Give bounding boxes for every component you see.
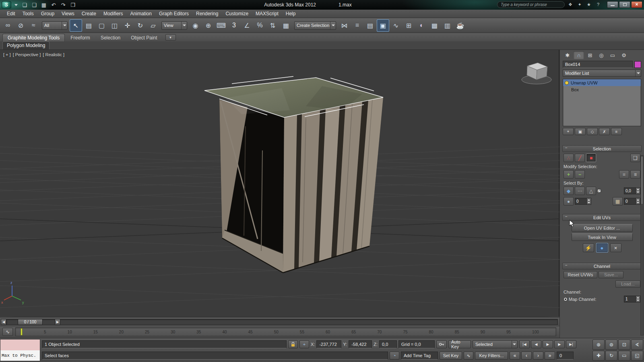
current-frame-field[interactable]: 0 xyxy=(557,352,574,360)
zoom-icon[interactable]: ⊕ xyxy=(592,339,605,350)
set-key-mode-icon[interactable] xyxy=(436,340,447,348)
track-bar-ruler[interactable]: 5101520253035404550556065707580859095100 xyxy=(15,327,556,336)
ribbon-toggle-icon[interactable]: ▣ xyxy=(377,19,389,32)
curve-editor-icon[interactable]: ∿ xyxy=(390,19,402,32)
rectangular-selection-region-icon[interactable]: ▢ xyxy=(95,19,108,32)
panel-scrollbar[interactable] xyxy=(640,155,644,335)
time-tag-icon[interactable]: ◔ xyxy=(390,352,399,360)
ribbon-tab[interactable]: Graphite Modeling Tools xyxy=(2,34,65,41)
render-production-icon[interactable]: ☕ xyxy=(454,19,466,32)
community-icon[interactable]: ❖ xyxy=(567,1,574,8)
next-frame-icon[interactable]: › xyxy=(533,352,543,360)
undo-icon[interactable]: ↶ xyxy=(49,1,58,9)
play-icon[interactable]: ▶ xyxy=(543,340,553,348)
ignore-backfacing-icon[interactable]: ⋯ xyxy=(575,187,585,195)
minimize-button[interactable] xyxy=(607,1,618,8)
tab-motion-icon[interactable]: ◎ xyxy=(596,51,607,59)
pin-stack-icon[interactable]: ⌖ xyxy=(563,128,574,135)
modifier-list-dropdown[interactable]: Modifier List xyxy=(563,70,641,77)
listener-script-row[interactable]: Max to Physc. xyxy=(0,350,40,361)
slope-select-icon[interactable]: △ xyxy=(586,187,596,195)
app-logo-icon[interactable]: S xyxy=(2,1,11,8)
tab-hierarchy-icon[interactable]: ⊞ xyxy=(585,51,595,59)
vertex-subobject-icon[interactable]: ∴ xyxy=(564,154,574,162)
rollout-selection[interactable]: − Selection xyxy=(562,145,642,152)
percent-snap-icon[interactable]: % xyxy=(254,19,266,32)
dropdown-arrow-icon[interactable] xyxy=(512,341,517,348)
menu-item[interactable]: Customize xyxy=(222,10,252,17)
snaps-toggle-icon[interactable]: 3 xyxy=(228,19,240,32)
select-and-scale-icon[interactable]: ▱ xyxy=(147,19,159,32)
reference-coordinate-dropdown[interactable]: View xyxy=(161,21,187,30)
spin-down-icon[interactable] xyxy=(636,299,640,302)
menu-item[interactable]: Help xyxy=(282,10,299,17)
time-slider-track[interactable] xyxy=(6,319,558,325)
layer-manager-icon[interactable]: ▤ xyxy=(364,19,376,32)
dropdown-arrow-icon[interactable] xyxy=(181,22,187,29)
ribbon-tab[interactable]: Object Paint xyxy=(126,34,162,41)
spin-down-icon[interactable] xyxy=(636,191,640,194)
dropdown-arrow-icon[interactable] xyxy=(635,70,641,76)
viewport-canvas[interactable]: z x y xyxy=(0,50,559,317)
current-time-marker[interactable] xyxy=(21,328,23,335)
uv-mode-icon[interactable]: ● xyxy=(597,243,608,252)
open-uv-editor-button[interactable]: Open UV Editor ... xyxy=(572,224,633,232)
zoom-all-icon[interactable]: ⊚ xyxy=(605,339,617,350)
smoothing-group-icon[interactable]: ● xyxy=(564,197,574,206)
select-and-link-icon[interactable]: ∞ xyxy=(2,19,14,32)
zoom-extents-icon[interactable]: ⊡ xyxy=(618,339,630,350)
spin-down-icon[interactable] xyxy=(587,202,591,205)
next-key-icon[interactable]: ▶ xyxy=(554,340,565,348)
tab-polygon-modeling[interactable]: Polygon Modeling xyxy=(2,41,50,49)
spin-up-icon[interactable] xyxy=(587,198,591,202)
favorites-star-icon[interactable]: ★ xyxy=(585,1,592,8)
close-button[interactable]: × xyxy=(631,1,642,8)
planar-angle-checkbox[interactable]: ✓ xyxy=(597,189,601,193)
pan-icon[interactable]: ✚ xyxy=(592,351,605,361)
go-to-end-icon[interactable]: ▶| xyxy=(566,340,576,348)
spin-down-icon[interactable] xyxy=(636,202,640,205)
mirror-icon[interactable]: ⋈ xyxy=(338,19,351,32)
ribbon-tab[interactable]: Selection xyxy=(96,34,125,41)
map-channel-radio[interactable] xyxy=(564,297,568,301)
scene-model-box[interactable] xyxy=(204,76,383,273)
tab-utilities-icon[interactable]: ⚙ xyxy=(619,51,629,59)
scrollbar-thumb[interactable] xyxy=(641,156,643,204)
map-channel-spinner[interactable]: 1 xyxy=(624,296,640,302)
auto-key-button[interactable]: Auto Key xyxy=(448,340,471,348)
key-filter-set-dropdown[interactable]: Selected xyxy=(473,340,518,348)
project-folder-icon[interactable]: ❒ xyxy=(68,1,77,9)
modifier-stack-item[interactable]: Unwrap UVW xyxy=(563,79,641,86)
edge-subobject-icon[interactable]: ╱ xyxy=(575,154,585,162)
tab-create-icon[interactable]: ✱ xyxy=(562,51,573,59)
zoom-region-icon[interactable]: ▭ xyxy=(618,351,630,361)
dropdown-arrow-icon[interactable] xyxy=(62,22,67,29)
perspective-viewport[interactable]: [ + ] [ Perspective ] [ Realistic ] xyxy=(0,50,559,317)
viewport-menu-general[interactable]: [ + ] xyxy=(3,52,11,57)
material-id-icon[interactable]: ▦ xyxy=(613,197,623,206)
select-and-manipulate-icon[interactable]: ⊕ xyxy=(202,19,215,32)
load-uvws-button[interactable]: Load... xyxy=(615,280,640,288)
material-id-spinner[interactable]: 0 xyxy=(624,198,640,205)
remove-modifier-icon[interactable]: ✗ xyxy=(599,128,610,135)
app-menu-caret-icon[interactable] xyxy=(14,4,18,6)
viewport-menu-shading[interactable]: [ Realistic ] xyxy=(43,52,64,57)
save-uvws-button[interactable]: Save... xyxy=(599,271,623,278)
infocenter-search-input[interactable] xyxy=(497,1,565,8)
object-name-field[interactable]: Box014 xyxy=(563,61,633,68)
menu-item[interactable]: Tools xyxy=(19,10,37,17)
window-crossing-icon[interactable]: ◫ xyxy=(108,19,121,32)
render-setup-icon[interactable]: ▩ xyxy=(428,19,441,32)
menu-item[interactable]: Rendering xyxy=(192,10,222,17)
rendered-frame-window-icon[interactable]: ▥ xyxy=(441,19,454,32)
tab-display-icon[interactable]: ▭ xyxy=(607,51,618,59)
menu-item[interactable]: Graph Editors xyxy=(155,10,192,17)
named-selection-sets-dropdown[interactable]: Create Selection Se xyxy=(294,21,336,30)
menu-item[interactable]: Create xyxy=(78,10,100,17)
align-icon[interactable]: ≡ xyxy=(351,19,363,32)
absolute-mode-icon[interactable]: + xyxy=(299,340,309,348)
next-frame-arrow-icon[interactable]: ▶ xyxy=(55,319,60,325)
bind-to-space-warp-icon[interactable]: ≈ xyxy=(27,19,40,32)
spin-up-icon[interactable] xyxy=(636,296,640,299)
spin-up-icon[interactable] xyxy=(636,198,640,202)
